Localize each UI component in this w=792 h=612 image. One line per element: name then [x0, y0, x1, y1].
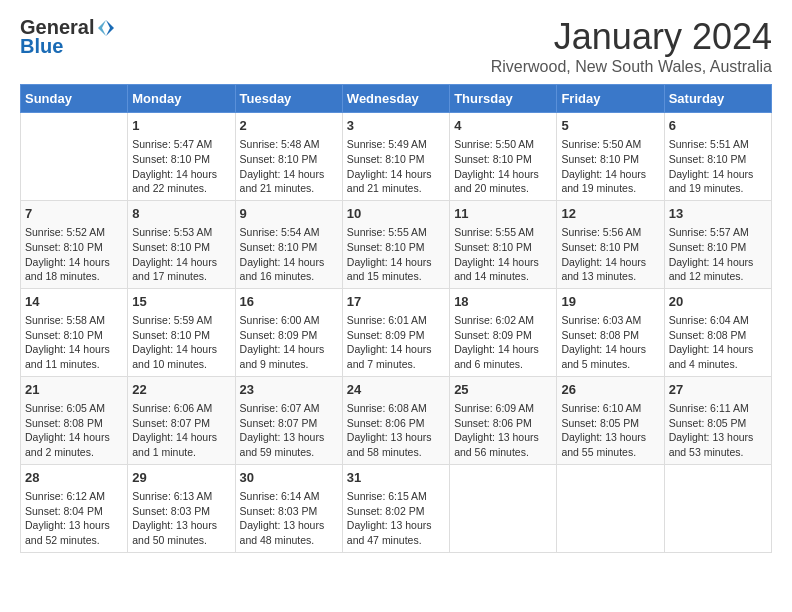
day-info: Sunrise: 6:05 AM Sunset: 8:08 PM Dayligh…	[25, 401, 123, 460]
day-info: Sunrise: 5:58 AM Sunset: 8:10 PM Dayligh…	[25, 313, 123, 372]
day-number: 20	[669, 293, 767, 311]
day-number: 3	[347, 117, 445, 135]
day-info: Sunrise: 5:57 AM Sunset: 8:10 PM Dayligh…	[669, 225, 767, 284]
day-cell: 28Sunrise: 6:12 AM Sunset: 8:04 PM Dayli…	[21, 464, 128, 552]
day-number: 17	[347, 293, 445, 311]
col-header-wednesday: Wednesday	[342, 85, 449, 113]
day-info: Sunrise: 6:15 AM Sunset: 8:02 PM Dayligh…	[347, 489, 445, 548]
day-cell: 12Sunrise: 5:56 AM Sunset: 8:10 PM Dayli…	[557, 200, 664, 288]
day-cell: 22Sunrise: 6:06 AM Sunset: 8:07 PM Dayli…	[128, 376, 235, 464]
day-number: 22	[132, 381, 230, 399]
day-number: 11	[454, 205, 552, 223]
day-number: 8	[132, 205, 230, 223]
day-info: Sunrise: 6:10 AM Sunset: 8:05 PM Dayligh…	[561, 401, 659, 460]
col-header-saturday: Saturday	[664, 85, 771, 113]
day-number: 15	[132, 293, 230, 311]
day-cell: 13Sunrise: 5:57 AM Sunset: 8:10 PM Dayli…	[664, 200, 771, 288]
day-info: Sunrise: 6:00 AM Sunset: 8:09 PM Dayligh…	[240, 313, 338, 372]
week-row: 1Sunrise: 5:47 AM Sunset: 8:10 PM Daylig…	[21, 113, 772, 201]
day-info: Sunrise: 6:09 AM Sunset: 8:06 PM Dayligh…	[454, 401, 552, 460]
day-info: Sunrise: 6:03 AM Sunset: 8:08 PM Dayligh…	[561, 313, 659, 372]
location: Riverwood, New South Wales, Australia	[491, 58, 772, 76]
day-cell: 18Sunrise: 6:02 AM Sunset: 8:09 PM Dayli…	[450, 288, 557, 376]
day-number: 27	[669, 381, 767, 399]
day-info: Sunrise: 6:02 AM Sunset: 8:09 PM Dayligh…	[454, 313, 552, 372]
day-number: 25	[454, 381, 552, 399]
day-number: 31	[347, 469, 445, 487]
day-info: Sunrise: 6:12 AM Sunset: 8:04 PM Dayligh…	[25, 489, 123, 548]
day-info: Sunrise: 6:07 AM Sunset: 8:07 PM Dayligh…	[240, 401, 338, 460]
week-row: 21Sunrise: 6:05 AM Sunset: 8:08 PM Dayli…	[21, 376, 772, 464]
day-cell: 30Sunrise: 6:14 AM Sunset: 8:03 PM Dayli…	[235, 464, 342, 552]
day-number: 10	[347, 205, 445, 223]
day-number: 16	[240, 293, 338, 311]
day-cell: 26Sunrise: 6:10 AM Sunset: 8:05 PM Dayli…	[557, 376, 664, 464]
header: General Blue January 2024 Riverwood, New…	[20, 16, 772, 76]
day-cell: 6Sunrise: 5:51 AM Sunset: 8:10 PM Daylig…	[664, 113, 771, 201]
day-cell: 5Sunrise: 5:50 AM Sunset: 8:10 PM Daylig…	[557, 113, 664, 201]
calendar-table: SundayMondayTuesdayWednesdayThursdayFrid…	[20, 84, 772, 553]
day-number: 7	[25, 205, 123, 223]
day-info: Sunrise: 6:14 AM Sunset: 8:03 PM Dayligh…	[240, 489, 338, 548]
day-info: Sunrise: 6:04 AM Sunset: 8:08 PM Dayligh…	[669, 313, 767, 372]
day-number: 18	[454, 293, 552, 311]
logo-icon	[96, 18, 116, 38]
day-info: Sunrise: 5:51 AM Sunset: 8:10 PM Dayligh…	[669, 137, 767, 196]
day-cell	[21, 113, 128, 201]
day-number: 12	[561, 205, 659, 223]
day-cell: 24Sunrise: 6:08 AM Sunset: 8:06 PM Dayli…	[342, 376, 449, 464]
col-header-sunday: Sunday	[21, 85, 128, 113]
day-number: 4	[454, 117, 552, 135]
day-cell: 27Sunrise: 6:11 AM Sunset: 8:05 PM Dayli…	[664, 376, 771, 464]
day-cell: 20Sunrise: 6:04 AM Sunset: 8:08 PM Dayli…	[664, 288, 771, 376]
day-info: Sunrise: 6:01 AM Sunset: 8:09 PM Dayligh…	[347, 313, 445, 372]
day-cell	[664, 464, 771, 552]
day-cell: 1Sunrise: 5:47 AM Sunset: 8:10 PM Daylig…	[128, 113, 235, 201]
day-cell: 16Sunrise: 6:00 AM Sunset: 8:09 PM Dayli…	[235, 288, 342, 376]
day-number: 6	[669, 117, 767, 135]
day-info: Sunrise: 5:50 AM Sunset: 8:10 PM Dayligh…	[454, 137, 552, 196]
col-header-friday: Friday	[557, 85, 664, 113]
day-info: Sunrise: 5:54 AM Sunset: 8:10 PM Dayligh…	[240, 225, 338, 284]
day-cell: 3Sunrise: 5:49 AM Sunset: 8:10 PM Daylig…	[342, 113, 449, 201]
day-cell: 4Sunrise: 5:50 AM Sunset: 8:10 PM Daylig…	[450, 113, 557, 201]
day-info: Sunrise: 5:48 AM Sunset: 8:10 PM Dayligh…	[240, 137, 338, 196]
day-info: Sunrise: 5:55 AM Sunset: 8:10 PM Dayligh…	[454, 225, 552, 284]
day-cell: 31Sunrise: 6:15 AM Sunset: 8:02 PM Dayli…	[342, 464, 449, 552]
day-number: 28	[25, 469, 123, 487]
week-row: 7Sunrise: 5:52 AM Sunset: 8:10 PM Daylig…	[21, 200, 772, 288]
day-cell: 21Sunrise: 6:05 AM Sunset: 8:08 PM Dayli…	[21, 376, 128, 464]
day-cell: 25Sunrise: 6:09 AM Sunset: 8:06 PM Dayli…	[450, 376, 557, 464]
day-info: Sunrise: 5:52 AM Sunset: 8:10 PM Dayligh…	[25, 225, 123, 284]
day-info: Sunrise: 6:06 AM Sunset: 8:07 PM Dayligh…	[132, 401, 230, 460]
day-cell: 9Sunrise: 5:54 AM Sunset: 8:10 PM Daylig…	[235, 200, 342, 288]
day-info: Sunrise: 6:08 AM Sunset: 8:06 PM Dayligh…	[347, 401, 445, 460]
day-cell: 14Sunrise: 5:58 AM Sunset: 8:10 PM Dayli…	[21, 288, 128, 376]
week-row: 28Sunrise: 6:12 AM Sunset: 8:04 PM Dayli…	[21, 464, 772, 552]
day-number: 13	[669, 205, 767, 223]
day-number: 9	[240, 205, 338, 223]
day-info: Sunrise: 5:56 AM Sunset: 8:10 PM Dayligh…	[561, 225, 659, 284]
day-cell: 19Sunrise: 6:03 AM Sunset: 8:08 PM Dayli…	[557, 288, 664, 376]
day-info: Sunrise: 5:53 AM Sunset: 8:10 PM Dayligh…	[132, 225, 230, 284]
day-cell	[557, 464, 664, 552]
day-cell: 15Sunrise: 5:59 AM Sunset: 8:10 PM Dayli…	[128, 288, 235, 376]
day-info: Sunrise: 5:55 AM Sunset: 8:10 PM Dayligh…	[347, 225, 445, 284]
day-number: 21	[25, 381, 123, 399]
header-row: SundayMondayTuesdayWednesdayThursdayFrid…	[21, 85, 772, 113]
day-number: 1	[132, 117, 230, 135]
day-info: Sunrise: 5:49 AM Sunset: 8:10 PM Dayligh…	[347, 137, 445, 196]
day-number: 2	[240, 117, 338, 135]
day-number: 30	[240, 469, 338, 487]
day-number: 23	[240, 381, 338, 399]
day-cell: 23Sunrise: 6:07 AM Sunset: 8:07 PM Dayli…	[235, 376, 342, 464]
day-number: 14	[25, 293, 123, 311]
day-cell: 10Sunrise: 5:55 AM Sunset: 8:10 PM Dayli…	[342, 200, 449, 288]
day-info: Sunrise: 6:11 AM Sunset: 8:05 PM Dayligh…	[669, 401, 767, 460]
day-number: 24	[347, 381, 445, 399]
day-cell	[450, 464, 557, 552]
day-number: 5	[561, 117, 659, 135]
col-header-tuesday: Tuesday	[235, 85, 342, 113]
day-number: 19	[561, 293, 659, 311]
logo: General Blue	[20, 16, 118, 58]
